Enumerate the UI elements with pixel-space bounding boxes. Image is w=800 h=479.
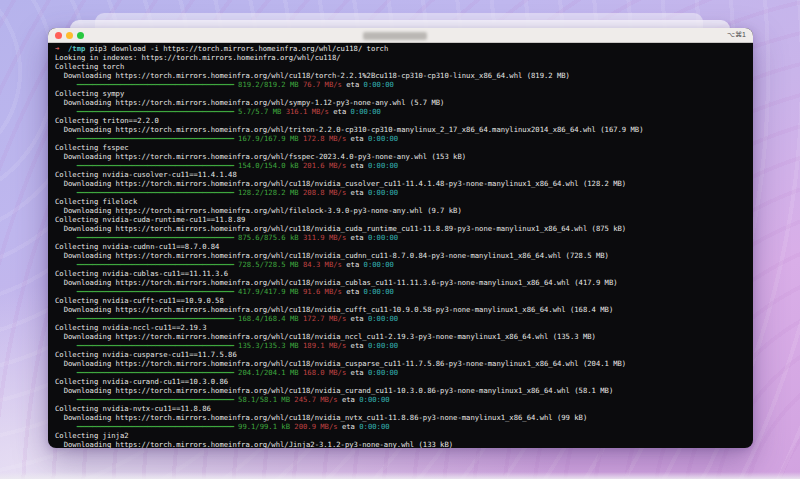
terminal-line: Collecting nvidia-nvtx-cu11==11.8.86 [55, 404, 753, 413]
terminal-line: Collecting jinja2 [55, 431, 753, 440]
terminal-line: Collecting sympy [55, 89, 753, 98]
terminal-line: Downloading https://torch.mirrors.homein… [55, 278, 753, 287]
terminal-line: Downloading https://torch.mirrors.homein… [55, 98, 753, 107]
output-text: Collecting torch [55, 62, 124, 71]
output-text: Downloading https://torch.mirrors.homein… [55, 179, 626, 188]
progress-speed: 311.9 MB/s [303, 233, 346, 242]
minimize-button[interactable] [66, 32, 73, 39]
terminal-line: Collecting nvidia-cufft-cu11==10.9.0.58 [55, 296, 753, 305]
progress-eta: 0:00:00 [368, 314, 398, 323]
progress-size: 167.9/167.9 MB [238, 134, 299, 143]
traffic-lights [55, 32, 84, 39]
output-text: Collecting nvidia-curand-cu11==10.3.0.86 [55, 377, 228, 386]
window-title-redacted [363, 32, 427, 40]
progress-bar: ━━━━━━━━━━━━━━━━━━━━━━━━━━━━━━━━━━━━━━━━ [77, 80, 234, 89]
terminal-line: Downloading https://torch.mirrors.homein… [55, 179, 753, 188]
terminal-line: Collecting nvidia-nccl-cu11==2.19.3 [55, 323, 753, 332]
terminal-line: Collecting triton==2.2.0 [55, 116, 753, 125]
progress-eta-label: eta [351, 341, 364, 350]
output-text: Downloading https://torch.mirrors.homein… [55, 98, 444, 107]
output-text: Downloading https://torch.mirrors.homein… [55, 305, 613, 314]
progress-speed: 172.7 MB/s [303, 314, 346, 323]
output-text: Downloading https://torch.mirrors.homein… [55, 413, 587, 422]
output-text: Downloading https://torch.mirrors.homein… [55, 386, 613, 395]
progress-eta: 0:00:00 [368, 368, 398, 377]
terminal-titlebar[interactable]: ⌥⌘1 [48, 28, 753, 43]
output-text: Downloading https://torch.mirrors.homein… [55, 125, 644, 134]
terminal-line: Downloading https://torch.mirrors.homein… [55, 251, 753, 260]
terminal-line: Downloading https://torch.mirrors.homein… [55, 440, 753, 448]
progress-eta: 0:00:00 [368, 233, 398, 242]
terminal-line: Collecting fsspec [55, 143, 753, 152]
progress-speed: 208.8 MB/s [303, 188, 346, 197]
progress-size: 417.9/417.9 MB [238, 287, 299, 296]
progress-speed: 189.1 MB/s [303, 341, 346, 350]
progress-size: 819.2/819.2 MB [238, 80, 299, 89]
prompt-command: pip3 download -i https://torch.mirrors.h… [90, 44, 389, 53]
progress-size: 728.5/728.5 MB [238, 260, 299, 269]
output-text: Downloading https://torch.mirrors.homein… [55, 440, 453, 448]
zoom-button[interactable] [77, 32, 84, 39]
progress-bar: ━━━━━━━━━━━━━━━━━━━━━━━━━━━━━━━━━━━━━━━━ [77, 233, 234, 242]
output-text: Looking in indexes: https://torch.mirror… [55, 53, 341, 62]
terminal-line: Downloading https://torch.mirrors.homein… [55, 206, 753, 215]
progress-eta: 0:00:00 [368, 134, 398, 143]
progress-size: 168.4/168.4 MB [238, 314, 299, 323]
terminal-progress-line: ━━━━━━━━━━━━━━━━━━━━━━━━━━━━━━━━━━━━━━━━… [55, 395, 753, 404]
progress-eta-label: eta [333, 107, 346, 116]
terminal-line: Downloading https://torch.mirrors.homein… [55, 305, 753, 314]
terminal-progress-line: ━━━━━━━━━━━━━━━━━━━━━━━━━━━━━━━━━━━━━━━━… [55, 134, 753, 143]
progress-size: 5.7/5.7 MB [238, 107, 281, 116]
progress-eta: 0:00:00 [368, 161, 398, 170]
output-text: Downloading https://torch.mirrors.homein… [55, 206, 462, 215]
progress-speed: 316.1 MB/s [286, 107, 329, 116]
progress-bar: ━━━━━━━━━━━━━━━━━━━━━━━━━━━━━━━━━━━━━━━━ [77, 368, 234, 377]
output-text: Collecting sympy [55, 89, 124, 98]
progress-eta: 0:00:00 [364, 260, 394, 269]
progress-eta: 0:00:00 [364, 287, 394, 296]
output-text: Downloading https://torch.mirrors.homein… [55, 278, 618, 287]
terminal-line: Downloading https://torch.mirrors.homein… [55, 332, 753, 341]
terminal-progress-line: ━━━━━━━━━━━━━━━━━━━━━━━━━━━━━━━━━━━━━━━━… [55, 368, 753, 377]
terminal-line: Collecting nvidia-cudnn-cu11==8.7.0.84 [55, 242, 753, 251]
prompt-arrow: ➜ [55, 44, 59, 53]
terminal-line: Downloading https://torch.mirrors.homein… [55, 71, 753, 80]
progress-size: 204.1/204.1 MB [238, 368, 299, 377]
progress-speed: 76.7 MB/s [303, 80, 342, 89]
terminal-progress-line: ━━━━━━━━━━━━━━━━━━━━━━━━━━━━━━━━━━━━━━━━… [55, 188, 753, 197]
terminal-progress-line: ━━━━━━━━━━━━━━━━━━━━━━━━━━━━━━━━━━━━━━━━… [55, 260, 753, 269]
close-button[interactable] [55, 32, 62, 39]
wallpaper-horizon [0, 472, 800, 479]
terminal-progress-line: ━━━━━━━━━━━━━━━━━━━━━━━━━━━━━━━━━━━━━━━━… [55, 422, 753, 431]
terminal-line: Downloading https://torch.mirrors.homein… [55, 413, 753, 422]
prompt-cwd: /tmp [68, 44, 85, 53]
output-text: Downloading https://torch.mirrors.homein… [55, 224, 626, 233]
output-text: Downloading https://torch.mirrors.homein… [55, 332, 596, 341]
progress-bar: ━━━━━━━━━━━━━━━━━━━━━━━━━━━━━━━━━━━━━━━━ [77, 161, 234, 170]
progress-speed: 84.3 MB/s [303, 260, 342, 269]
terminal-progress-line: ━━━━━━━━━━━━━━━━━━━━━━━━━━━━━━━━━━━━━━━━… [55, 314, 753, 323]
terminal-line: Collecting nvidia-cuda-runtime-cu11==11.… [55, 215, 753, 224]
output-text: Downloading https://torch.mirrors.homein… [55, 152, 466, 161]
progress-bar: ━━━━━━━━━━━━━━━━━━━━━━━━━━━━━━━━━━━━━━━━ [77, 260, 234, 269]
progress-bar: ━━━━━━━━━━━━━━━━━━━━━━━━━━━━━━━━━━━━━━━━ [77, 395, 234, 404]
progress-eta-label: eta [351, 161, 364, 170]
progress-size: 135.3/135.3 MB [238, 341, 299, 350]
terminal-line: Collecting nvidia-cusparse-cu11==11.7.5.… [55, 350, 753, 359]
terminal-line: Collecting torch [55, 62, 753, 71]
terminal-line: Downloading https://torch.mirrors.homein… [55, 359, 753, 368]
output-text: Collecting nvidia-cuda-runtime-cu11==11.… [55, 215, 245, 224]
progress-speed: 201.6 MB/s [303, 161, 346, 170]
progress-eta-label: eta [351, 314, 364, 323]
output-text: Downloading https://torch.mirrors.homein… [55, 359, 626, 368]
progress-eta: 0:00:00 [364, 80, 394, 89]
progress-size: 99.1/99.1 kB [238, 422, 290, 431]
terminal-output[interactable]: ➜ /tmp pip3 download -i https://torch.mi… [48, 43, 753, 448]
progress-bar: ━━━━━━━━━━━━━━━━━━━━━━━━━━━━━━━━━━━━━━━━ [77, 287, 234, 296]
progress-eta-label: eta [351, 233, 364, 242]
terminal-line: Downloading https://torch.mirrors.homein… [55, 152, 753, 161]
desktop-wallpaper: ⌥⌘1 ➜ /tmp pip3 download -i https://torc… [0, 0, 800, 479]
terminal-line: Looking in indexes: https://torch.mirror… [55, 53, 753, 62]
terminal-line: Collecting nvidia-cublas-cu11==11.11.3.6 [55, 269, 753, 278]
terminal-line: Downloading https://torch.mirrors.homein… [55, 224, 753, 233]
